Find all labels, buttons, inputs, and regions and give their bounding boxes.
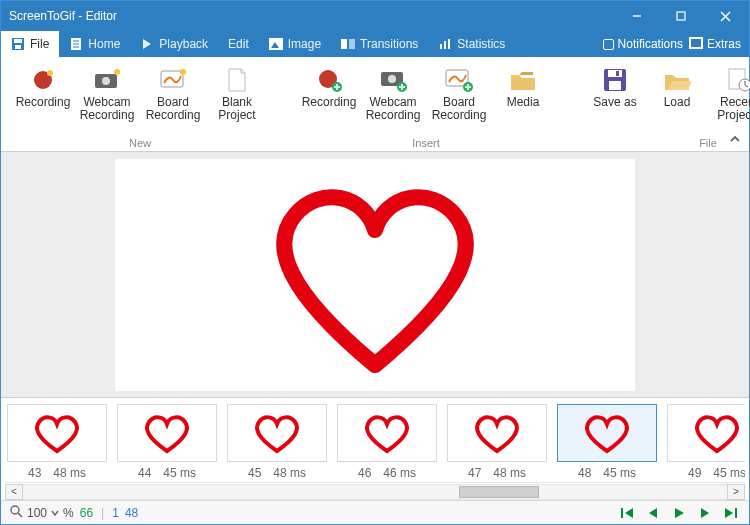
frame-duration: 45 ms	[603, 466, 636, 480]
insert-board-button[interactable]: Board Recording	[427, 61, 491, 133]
extras-icon	[689, 37, 703, 52]
frame-duration: 45 ms	[713, 466, 745, 480]
frame-index: 48	[578, 466, 591, 480]
svg-marker-55	[649, 508, 657, 518]
record-plus-icon	[314, 66, 344, 94]
frame-item[interactable]: 4445 ms	[117, 404, 217, 480]
frame-item[interactable]: 4646 ms	[337, 404, 437, 480]
scroll-right-button[interactable]: >	[727, 484, 745, 500]
window-title: ScreenToGif - Editor	[9, 9, 117, 23]
frame-item[interactable]: 4945 ms	[667, 404, 745, 480]
insert-recording-button[interactable]: Recording	[299, 61, 359, 133]
svg-rect-17	[444, 41, 446, 49]
frame-strip[interactable]: 4348 ms4445 ms4548 ms4646 ms4748 ms4845 …	[5, 404, 745, 480]
insert-recording-label: Recording	[302, 96, 357, 109]
frame-duration: 46 ms	[383, 466, 416, 480]
ribbon-group-insert: Recording Webcam Recording Board Recordi…	[293, 61, 559, 149]
frame-thumb	[667, 404, 745, 462]
minimize-button[interactable]	[615, 1, 659, 31]
insert-board-label: Board Recording	[430, 96, 488, 122]
svg-rect-16	[440, 44, 442, 49]
tab-file[interactable]: File	[1, 31, 59, 57]
frame-item[interactable]: 4348 ms	[7, 404, 107, 480]
tab-transitions[interactable]: Transitions	[331, 31, 428, 57]
svg-rect-18	[448, 39, 450, 49]
ribbon-collapse-button[interactable]	[729, 133, 741, 147]
extras-toggle[interactable]: Extras	[689, 37, 741, 52]
zoom-unit: %	[63, 506, 74, 520]
chevron-down-icon	[51, 509, 59, 517]
new-recording-button[interactable]: Recording	[13, 61, 73, 133]
svg-point-27	[180, 69, 186, 75]
webcam-plus-icon	[378, 66, 408, 94]
insert-webcam-button[interactable]: Webcam Recording	[361, 61, 425, 133]
menubar: File Home Playback Edit Image Transition…	[1, 31, 749, 57]
floppy-icon	[600, 66, 630, 94]
ribbon-group-insert-label: Insert	[412, 137, 440, 149]
new-board-button[interactable]: Board Recording	[141, 61, 205, 133]
save-icon	[11, 37, 25, 51]
maximize-button[interactable]	[659, 1, 703, 31]
frame-index: 43	[28, 466, 41, 480]
frame-duration: 45 ms	[163, 466, 196, 480]
close-button[interactable]	[703, 1, 747, 31]
ribbon: Recording Webcam Recording Board Recordi…	[1, 57, 749, 152]
notifications-toggle[interactable]: Notifications	[603, 37, 683, 51]
new-board-label: Board Recording	[144, 96, 202, 122]
frame-thumb	[227, 404, 327, 462]
new-webcam-button[interactable]: Webcam Recording	[75, 61, 139, 133]
board-icon	[158, 66, 188, 94]
insert-media-button[interactable]: Media	[493, 61, 553, 133]
svg-marker-11	[143, 39, 151, 49]
load-button[interactable]: Load	[647, 61, 707, 133]
tab-playback[interactable]: Playback	[130, 31, 218, 57]
recent-icon	[724, 66, 750, 94]
scroll-track[interactable]	[23, 484, 727, 500]
scroll-left-button[interactable]: <	[5, 484, 23, 500]
statusbar: 100 % 66 | 1 48	[1, 500, 749, 524]
titlebar: ScreenToGif - Editor	[1, 1, 749, 31]
first-frame-button[interactable]	[617, 504, 637, 522]
app-window: ScreenToGif - Editor File Home Playback …	[0, 0, 750, 525]
frame-index: 45	[248, 466, 261, 480]
tab-statistics[interactable]: Statistics	[428, 31, 515, 57]
tab-home-label: Home	[88, 37, 120, 51]
tab-statistics-label: Statistics	[457, 37, 505, 51]
canvas-area[interactable]	[1, 152, 749, 397]
tab-edit[interactable]: Edit	[218, 31, 259, 57]
zoom-display[interactable]: 100 %	[9, 504, 74, 521]
svg-rect-1	[677, 12, 685, 20]
svg-point-51	[11, 506, 19, 514]
ribbon-group-file-label: File	[699, 137, 717, 149]
frame-thumb	[337, 404, 437, 462]
svg-rect-15	[349, 39, 355, 49]
frame-item[interactable]: 4845 ms	[557, 404, 657, 480]
tab-edit-label: Edit	[228, 37, 249, 51]
tab-image[interactable]: Image	[259, 31, 331, 57]
svg-marker-58	[725, 508, 733, 518]
prev-frame-button[interactable]	[643, 504, 663, 522]
play-button[interactable]	[669, 504, 689, 522]
new-blank-button[interactable]: Blank Project	[207, 61, 267, 133]
insert-media-label: Media	[507, 96, 540, 109]
frame-index: 46	[358, 466, 371, 480]
scroll-thumb[interactable]	[459, 486, 539, 498]
tab-home[interactable]: Home	[59, 31, 130, 57]
svg-rect-42	[608, 70, 622, 77]
webcam-icon	[92, 66, 122, 94]
sheet-icon	[69, 37, 83, 51]
svg-rect-14	[341, 39, 347, 49]
recent-projects-button[interactable]: Recent Projects	[709, 61, 750, 133]
next-frame-button[interactable]	[695, 504, 715, 522]
frames-scrollbar[interactable]: < >	[5, 482, 745, 500]
notifications-label: Notifications	[618, 37, 683, 51]
svg-rect-5	[14, 39, 22, 43]
save-as-label: Save as	[593, 96, 636, 109]
frame-item[interactable]: 4748 ms	[447, 404, 547, 480]
save-as-button[interactable]: Save as	[585, 61, 645, 133]
extras-label: Extras	[707, 37, 741, 51]
svg-rect-6	[15, 45, 21, 49]
frame-item[interactable]: 4548 ms	[227, 404, 327, 480]
last-frame-button[interactable]	[721, 504, 741, 522]
tab-playback-label: Playback	[159, 37, 208, 51]
